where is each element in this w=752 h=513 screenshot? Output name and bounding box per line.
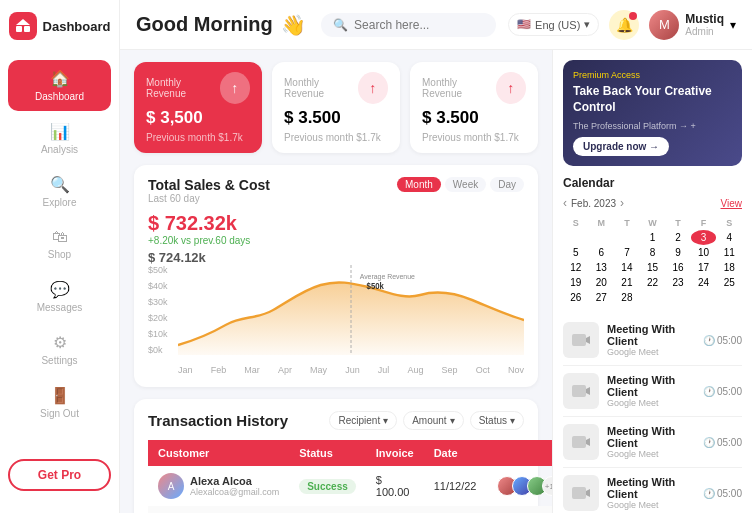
x-label-oct: Oct xyxy=(476,365,490,375)
meeting-item[interactable]: Meeting With Client Google Meet 🕐 05:00 xyxy=(563,366,742,417)
metric-prev-2: Previous month $1.7k xyxy=(422,132,526,143)
invoice-cell: $ 100.00 xyxy=(366,466,424,506)
cal-day-headers: S M T W T F S xyxy=(563,216,742,230)
svg-marker-6 xyxy=(586,387,590,395)
calendar-day[interactable]: 2 xyxy=(665,230,691,245)
x-label-nov: Nov xyxy=(508,365,524,375)
calendar-day[interactable]: 12 xyxy=(563,260,589,275)
sidebar-item-analysis[interactable]: 📊 Analysis xyxy=(8,113,111,164)
chevron-down-icon: ▾ xyxy=(584,18,590,31)
filter-recipient-chevron-icon: ▾ xyxy=(383,415,388,426)
calendar-day[interactable]: 24 xyxy=(691,275,717,290)
sidebar-item-signout[interactable]: 🚪 Sign Out xyxy=(8,377,111,428)
calendar-day xyxy=(691,290,717,305)
customer-cell: A Alexa Alcoa Alexalcoa@gmail.com xyxy=(148,506,289,513)
chart-tab-month[interactable]: Month xyxy=(397,177,441,192)
chart-section: Total Sales & Cost Last 60 day Month Wee… xyxy=(134,165,538,387)
get-pro-button[interactable]: Get Pro xyxy=(8,459,111,491)
meeting-item[interactable]: Meeting With Client Google Meet 🕐 05:00 xyxy=(563,417,742,468)
x-label-jan: Jan xyxy=(178,365,193,375)
meetings-section: Meeting With Client Google Meet 🕐 05:00 … xyxy=(563,315,742,513)
logo-text: Dashboard xyxy=(43,19,111,34)
search-input[interactable] xyxy=(354,18,484,32)
x-label-aug: Aug xyxy=(407,365,423,375)
chart-tab-day[interactable]: Day xyxy=(490,177,524,192)
svg-marker-2 xyxy=(16,19,30,25)
calendar-day[interactable]: 8 xyxy=(640,245,666,260)
signout-icon: 🚪 xyxy=(50,386,70,405)
calendar-day[interactable]: 22 xyxy=(640,275,666,290)
status-cell: Success xyxy=(289,466,366,506)
sidebar-item-settings[interactable]: ⚙ Settings xyxy=(8,324,111,375)
meeting-info: Meeting With Client Google Meet xyxy=(607,425,695,459)
premium-title: Take Back Your Creative Control xyxy=(573,84,732,115)
cal-day-s2: S xyxy=(716,216,742,230)
calendar-day[interactable]: 11 xyxy=(716,245,742,260)
tx-header: Transaction History Recipient ▾ Amount ▾… xyxy=(148,411,524,430)
calendar-day[interactable]: 23 xyxy=(665,275,691,290)
meeting-item[interactable]: Meeting With Client Google Meet 🕐 05:00 xyxy=(563,468,742,513)
chart-canvas: Average Revenue $50k xyxy=(178,265,524,355)
tx-table-header-row: Customer Status Invoice Date xyxy=(148,440,552,466)
calendar-day[interactable]: 9 xyxy=(665,245,691,260)
customer-avatar: A xyxy=(158,473,184,499)
meeting-item[interactable]: Meeting With Client Google Meet 🕐 05:00 xyxy=(563,315,742,366)
sidebar: Dashboard 🏠 Dashboard 📊 Analysis 🔍 Explo… xyxy=(0,0,120,513)
user-menu[interactable]: M Mustiq Admin ▾ xyxy=(649,10,736,40)
cal-prev-button[interactable]: ‹ xyxy=(563,196,567,210)
calendar-section: Calendar ‹ Feb. 2023 › View S M xyxy=(563,176,742,305)
calendar-day[interactable]: 21 xyxy=(614,275,640,290)
calendar-day[interactable]: 25 xyxy=(716,275,742,290)
filter-status[interactable]: Status ▾ xyxy=(470,411,524,430)
sidebar-item-shop[interactable]: 🛍 Shop xyxy=(8,219,111,269)
sidebar-item-explore[interactable]: 🔍 Explore xyxy=(8,166,111,217)
calendar-day[interactable]: 27 xyxy=(589,290,615,305)
calendar-day[interactable]: 6 xyxy=(589,245,615,260)
filter-recipient[interactable]: Recipient ▾ xyxy=(329,411,397,430)
calendar-day[interactable]: 15 xyxy=(640,260,666,275)
calendar-day[interactable]: 18 xyxy=(716,260,742,275)
calendar-day[interactable]: 16 xyxy=(665,260,691,275)
calendar-day[interactable]: 1 xyxy=(640,230,666,245)
upgrade-button[interactable]: Upgrade now → xyxy=(573,137,669,156)
calendar-day[interactable]: 20 xyxy=(589,275,615,290)
chart-big-value: $ 732.32k xyxy=(148,212,250,235)
avatars-cell: +10 xyxy=(487,466,553,506)
calendar-view-link[interactable]: View xyxy=(721,198,743,209)
premium-subtitle: The Professional Platform → + xyxy=(573,121,732,131)
calendar-day[interactable]: 4 xyxy=(716,230,742,245)
meeting-time-value: 05:00 xyxy=(717,335,742,346)
x-label-mar: Mar xyxy=(244,365,260,375)
calendar-day[interactable]: 10 xyxy=(691,245,717,260)
calendar-day[interactable]: 19 xyxy=(563,275,589,290)
meeting-time: 🕐 05:00 xyxy=(703,488,742,499)
language-button[interactable]: 🇺🇸 Eng (US) ▾ xyxy=(508,13,599,36)
filter-amount-chevron-icon: ▾ xyxy=(450,415,455,426)
sidebar-item-messages[interactable]: 💬 Messages xyxy=(8,271,111,322)
calendar-day[interactable]: 14 xyxy=(614,260,640,275)
chart-tab-week[interactable]: Week xyxy=(445,177,486,192)
customer-name: Alexa Alcoa xyxy=(190,475,279,487)
calendar-body: 1234567891011121314151617181920212223242… xyxy=(563,230,742,305)
cal-next-button[interactable]: › xyxy=(620,196,624,210)
sidebar-item-dashboard[interactable]: 🏠 Dashboard xyxy=(8,60,111,111)
user-role: Admin xyxy=(685,26,724,37)
calendar-day[interactable]: 17 xyxy=(691,260,717,275)
calendar-day[interactable]: 28 xyxy=(614,290,640,305)
filter-amount[interactable]: Amount ▾ xyxy=(403,411,463,430)
calendar-day[interactable]: 13 xyxy=(589,260,615,275)
calendar-day[interactable]: 7 xyxy=(614,245,640,260)
calendar-day[interactable]: 5 xyxy=(563,245,589,260)
calendar-grid: S M T W T F S 12345678910111213141516171… xyxy=(563,216,742,305)
meeting-title: Meeting With Client xyxy=(607,476,695,500)
calendar-day[interactable]: 3 xyxy=(691,230,717,245)
meeting-time-value: 05:00 xyxy=(717,488,742,499)
main: Good Morning 👋 🔍 🇺🇸 Eng (US) ▾ 🔔 M Musti… xyxy=(120,0,752,513)
x-label-may: May xyxy=(310,365,327,375)
notification-button[interactable]: 🔔 xyxy=(609,10,639,40)
calendar-day[interactable]: 26 xyxy=(563,290,589,305)
search-bar[interactable]: 🔍 xyxy=(321,13,496,37)
sidebar-label-shop: Shop xyxy=(48,249,71,260)
metric-icon-0: ↑ xyxy=(220,72,250,104)
calendar-title: Calendar xyxy=(563,176,614,190)
